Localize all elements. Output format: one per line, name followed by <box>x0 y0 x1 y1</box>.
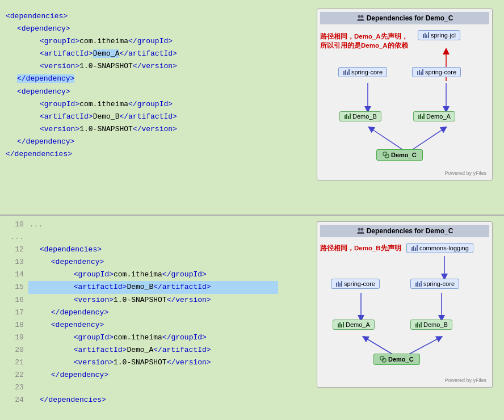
code-line: <dependencies> <box>6 10 272 23</box>
svg-line-6 <box>410 128 444 151</box>
svg-rect-48 <box>338 324 339 327</box>
svg-rect-40 <box>336 283 337 287</box>
svg-rect-52 <box>415 324 417 327</box>
bottom-dependency-diagram: Dependencies for Demo_C 路径相同，Demo_B先声明 <box>317 221 493 388</box>
code-line-22: 22 </dependency> <box>0 369 278 381</box>
node-spring-core-right-bottom: spring-core <box>410 279 459 289</box>
svg-rect-46 <box>419 283 420 287</box>
code-line: <dependency> <box>6 23 272 35</box>
node-spring-core-right-top: spring-core <box>412 67 461 78</box>
svg-rect-15 <box>417 71 418 75</box>
code-line-20: 20 <artifactId>Demo_A</artifactId> <box>0 344 278 356</box>
svg-rect-41 <box>338 282 339 287</box>
bottom-panel: 10 ... ... 12 <dependencies> 13 <depende… <box>0 216 504 412</box>
node-demo-c-top: Demo_C <box>376 149 423 161</box>
svg-rect-38 <box>415 247 416 251</box>
node-demo-a-bottom: Demo_A <box>333 320 375 330</box>
svg-rect-42 <box>339 283 341 287</box>
svg-line-5 <box>371 128 405 151</box>
svg-rect-55 <box>421 322 422 327</box>
svg-rect-45 <box>417 282 418 287</box>
code-line-17: 17 </dependency> <box>0 306 278 319</box>
bottom-code-area: 10 ... ... 12 <dependencies> 13 <depende… <box>0 219 278 406</box>
bottom-diagram-title: Dependencies for Demo_C <box>320 225 489 237</box>
people-icon <box>356 14 364 22</box>
node-demo-b-bottom: Demo_B <box>410 320 452 330</box>
top-panel: <dependencies> <dependency> <groupId>com… <box>0 0 504 216</box>
code-line: <artifactId>Demo_B</artifactId> <box>6 111 272 123</box>
node-demo-c-bottom: Demo_C <box>373 354 420 365</box>
svg-rect-12 <box>345 70 346 75</box>
svg-rect-7 <box>423 34 424 38</box>
code-line-14: 14 <groupId>com.itheima</groupId> <box>0 268 278 281</box>
svg-rect-17 <box>421 72 422 75</box>
svg-point-29 <box>358 228 360 231</box>
svg-rect-44 <box>415 283 417 287</box>
code-line-23: 23 <box>0 381 278 394</box>
node-demo-a-top: Demo_A <box>413 111 455 122</box>
powered-by-top: Powered by yFiles <box>320 169 489 177</box>
svg-rect-16 <box>419 70 420 75</box>
node-demo-b-top: Demo_B <box>339 111 381 122</box>
svg-rect-10 <box>428 32 429 38</box>
code-line-10: 10 ... <box>0 219 278 231</box>
svg-rect-9 <box>426 35 427 38</box>
svg-rect-18 <box>422 69 423 75</box>
node-spring-core-left-top: spring-core <box>338 67 387 78</box>
svg-rect-53 <box>417 322 418 327</box>
svg-rect-14 <box>348 69 350 75</box>
code-line-15: 15 <artifactId>Demo_B</artifactId> <box>0 281 278 293</box>
svg-rect-36 <box>411 247 413 251</box>
code-line: <version>1.0-SNAPSHOT</version> <box>6 60 272 73</box>
code-line: <artifactId>Demo_A</artifactId> <box>6 48 272 60</box>
code-line: </dependencies> <box>6 148 272 161</box>
code-line: </dependency> <box>6 136 272 148</box>
diagram-title: Dependencies for Demo_C <box>320 12 489 24</box>
code-line: <groupId>com.itheima</groupId> <box>6 35 272 48</box>
node-commons-logging: commons-logging <box>406 243 473 254</box>
svg-point-1 <box>360 15 363 18</box>
code-line: </dependency> <box>6 73 272 85</box>
svg-rect-13 <box>347 72 348 75</box>
code-line-19: 19 <groupId>com.itheima</groupId> <box>0 331 278 344</box>
svg-rect-22 <box>350 114 351 119</box>
svg-rect-19 <box>345 115 346 119</box>
code-line-12: 12 <dependencies> <box>0 243 278 256</box>
svg-point-0 <box>358 15 360 18</box>
svg-rect-54 <box>419 324 420 327</box>
svg-rect-26 <box>423 114 425 119</box>
code-line-18: 18 <dependency> <box>0 319 278 331</box>
svg-rect-47 <box>421 281 422 287</box>
svg-rect-25 <box>422 116 423 119</box>
code-line-13: 13 <dependency> <box>0 256 278 268</box>
top-code-area: <dependencies> <dependency> <groupId>com… <box>0 6 278 165</box>
top-arrows-svg <box>322 27 487 169</box>
svg-rect-24 <box>420 114 421 119</box>
svg-rect-23 <box>418 115 419 119</box>
svg-rect-49 <box>339 322 341 327</box>
code-line-24: 24 </dependencies> <box>0 394 278 406</box>
svg-point-30 <box>360 228 363 231</box>
svg-rect-21 <box>348 116 349 119</box>
people-icon-bottom <box>356 227 364 235</box>
svg-rect-8 <box>425 33 426 38</box>
top-dependency-diagram: Dependencies for Demo_C 路径相同，Demo_A先声明，所… <box>317 9 493 180</box>
svg-rect-51 <box>343 322 344 327</box>
powered-by-bottom: Powered by yFiles <box>320 376 489 384</box>
code-line: <dependency> <box>6 86 272 98</box>
svg-rect-20 <box>346 114 347 119</box>
code-line-separator: ... <box>0 231 278 243</box>
svg-rect-37 <box>413 246 414 251</box>
svg-rect-43 <box>341 281 342 287</box>
code-line: <version>1.0-SNAPSHOT</version> <box>6 123 272 136</box>
svg-rect-50 <box>341 324 342 327</box>
svg-rect-11 <box>343 71 345 75</box>
svg-rect-39 <box>417 245 418 251</box>
node-spring-core-left-bottom: spring-core <box>331 279 380 289</box>
node-spring-jcl: spring-jcl <box>418 30 460 41</box>
code-line: <groupId>com.itheima</groupId> <box>6 98 272 111</box>
code-line-16: 16 <version>1.0-SNAPSHOT</version> <box>0 294 278 306</box>
code-line-21: 21 <version>1.0-SNAPSHOT</version> <box>0 356 278 369</box>
